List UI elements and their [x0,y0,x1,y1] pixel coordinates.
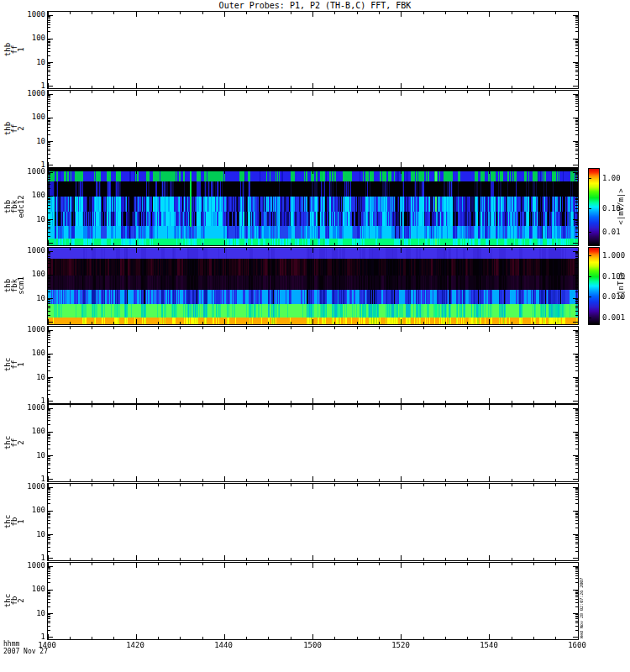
colorbar-thb-fbk-edc12 [588,168,600,246]
freq-tick-label: 100 [15,270,45,278]
panel-ylabel-thc-fb-1: thcfb1 [0,483,29,559]
panel-ylabel-thb-fbk-edc12: thbfbkedc12 [0,168,29,244]
freq-tick-label: 10 [15,373,45,381]
colorbar-thb-fbk-scm1 [588,247,600,325]
freq-tick-label: 1000 [15,403,45,412]
freq-tick-label: 100 [15,585,45,593]
axis-ticks [48,12,578,88]
panel-ylabel-line: 2 [18,435,24,449]
freq-tick-label: 100 [15,427,45,435]
freq-tick-label: 1000 [15,167,45,176]
freq-tick-label: 100 [15,113,45,121]
panel-ylabel-thc-ff-1: thcff1 [0,326,29,402]
axis-ticks [48,484,578,560]
freq-tick-label: 10 [15,609,45,617]
panel-thc-ff-1 [47,326,579,404]
panel-ylabel-text: thcfb2 [4,593,24,606]
colorbar-tick-mark [588,232,591,233]
freq-tick-label: 10 [15,451,45,459]
panel-ylabel-thb-ff-1: thbff1 [0,11,29,87]
panel-ylabel-text: thbfbkscm1 [4,276,24,295]
freq-tick-label: 100 [15,506,45,514]
panel-ylabel-line: 1 [18,514,24,528]
colorbar-unit-text: <|nT|> [617,271,625,299]
freq-tick-label: 1 [15,633,45,641]
axis-ticks [48,563,578,639]
freq-tick-label: 1000 [15,246,45,255]
panel-thc-ff-2 [47,404,579,482]
freq-tick-label: 10 [15,137,45,145]
axis-ticks [48,405,578,481]
creation-timestamp: Wed Nov 28 02:07:26 2007 [579,583,584,638]
panel-thb-fbk-edc12 [47,168,579,246]
panel-thb-ff-2 [47,90,579,168]
colorbar-tick-mark [588,318,591,318]
freq-tick-label: 1000 [15,10,45,18]
panel-ylabel-line: 1 [18,42,24,55]
colorbar-unit-text: <|mV/m|> [617,188,625,224]
panel-ylabel-thb-ff-2: thbff2 [0,90,29,166]
panel-thc-fb-2 [47,562,579,640]
axis-ticks [48,91,578,167]
axis-ticks [48,327,578,403]
panel-ylabel-line: scm1 [18,276,24,295]
axis-ticks [48,248,578,324]
panel-thb-fbk-scm1 [47,247,579,325]
panel-thb-ff-1 [47,11,579,89]
freq-tick-label: 10 [15,530,45,538]
time-axis-caption: hhmm [3,640,19,648]
axis-ticks [48,169,578,245]
panel-ylabel-text: thcfb1 [4,514,24,528]
panel-ylabel-thb-fbk-scm1: thbfbkscm1 [0,247,29,323]
time-tick-label: 1540 [470,641,507,649]
time-tick-label: 1440 [205,641,242,649]
colorbar-tick-mark [588,208,591,209]
time-tick-label: 1600 [559,641,596,649]
colorbar-tick-mark [588,276,591,277]
colorbar-tick-mark [588,297,591,297]
date-caption: 2007 Nov 27 [3,648,48,655]
panel-ylabel-text: thbff1 [4,42,24,55]
freq-tick-label: 10 [15,294,45,302]
freq-tick-label: 1000 [15,561,45,570]
panel-ylabel-text: thbff2 [4,121,24,134]
freq-tick-label: 10 [15,215,45,223]
freq-tick-label: 1000 [15,325,45,333]
colorbar-tick-mark [588,255,591,256]
freq-tick-label: 10 [15,58,45,66]
colorbar-unit-thb-fbk-scm1: <|nT|> [613,247,628,323]
freq-tick-label: 100 [15,349,45,357]
freq-tick-label: 1000 [15,89,45,97]
panel-ylabel-text: thcff2 [4,435,24,449]
panel-ylabel-line: 1 [18,357,24,370]
panel-ylabel-thc-ff-2: thcff2 [0,404,29,480]
panel-ylabel-line: 2 [18,121,24,134]
plot-page: { "title": "Outer Probes: P1, P2 (TH-B,C… [0,0,630,672]
panel-ylabel-text: thcff1 [4,357,24,370]
time-tick-label: 1420 [117,641,154,649]
time-tick-label: 1520 [382,641,419,649]
panel-thc-fb-1 [47,483,579,561]
freq-tick-label: 1000 [15,482,45,491]
panel-ylabel-thc-fb-2: thcfb2 [0,562,29,638]
plot-title: Outer Probes: P1, P2 (TH-B,C) FFT, FBK [0,1,630,10]
colorbar-tick-mark [588,178,591,179]
freq-tick-label: 100 [15,191,45,199]
panel-ylabel-line: 2 [18,593,24,606]
freq-tick-label: 100 [15,34,45,42]
time-tick-label: 1500 [294,641,331,649]
colorbar-unit-thb-fbk-edc12: <|mV/m|> [613,168,628,244]
